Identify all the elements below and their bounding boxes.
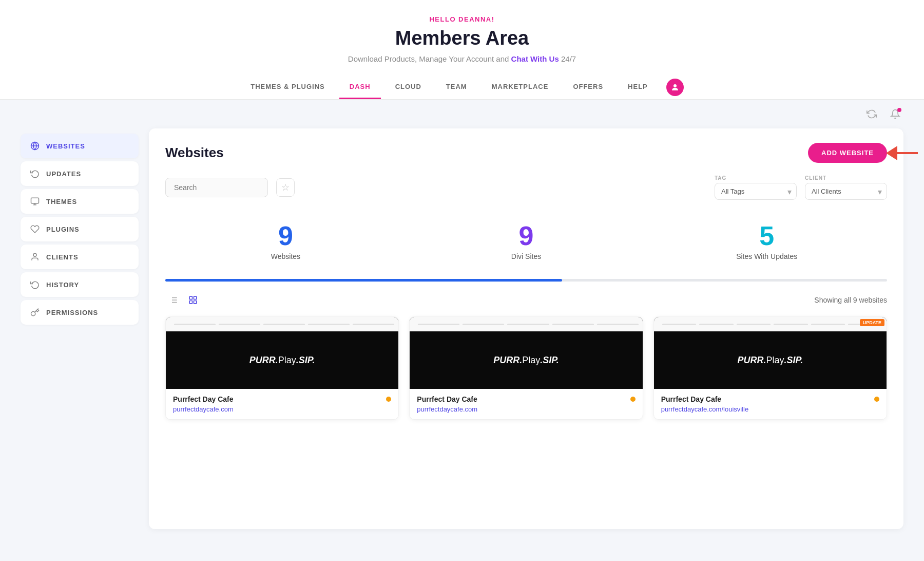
view-controls-row: Showing all 9 websites [165,292,887,308]
arrow-indicator [886,146,918,160]
chat-link[interactable]: Chat With Us [511,54,559,63]
stat-websites-label: Websites [174,252,398,260]
purr-logo-1: PURR.Play.SIP. [493,355,559,366]
permissions-icon [30,307,40,317]
notifications-icon[interactable] [887,106,903,122]
website-card-0[interactable]: P PURR.Pla [165,316,399,420]
purr-logo-0: PURR.Play.SIP. [249,355,315,366]
sidebar-label-websites: WEBSITES [46,142,85,150]
sidebar-label-permissions: PERMISSIONS [46,309,98,316]
filters-row: ☆ TAG All Tags CLIENT All Clients [165,175,887,200]
arrow-line [897,152,918,154]
refresh-sidebar-icon [30,169,40,179]
card-url-2[interactable]: purrfectdaycafe.com/louisville [661,405,879,413]
user-avatar[interactable] [666,79,684,96]
content-header: Websites ADD WEBSITE [165,143,887,163]
sidebar-label-clients: CLIENTS [46,253,79,261]
card-info-2: Purrfect Day Cafe purrfectdaycafe.com/lo… [654,389,887,419]
card-site-name-2: Purrfect Day Cafe [661,395,722,403]
star-filter-button[interactable]: ☆ [276,178,295,197]
nav-team[interactable]: TEAM [436,76,477,99]
list-view-button[interactable] [165,292,182,308]
toolbar-row [0,100,924,128]
card-preview-1: PURR.Play.SIP. [410,331,642,389]
tag-label: TAG [715,175,797,181]
showing-count: Showing all 9 websites [814,296,887,304]
nav-cloud[interactable]: CLOUD [385,76,432,99]
nav-themes-plugins[interactable]: THEMES & PLUGINS [240,76,335,99]
content-title: Websites [165,145,224,161]
sidebar-item-themes[interactable]: THEMES [21,189,139,214]
client-select[interactable]: All Clients [805,183,887,200]
sidebar-item-history[interactable]: HISTORY [21,272,139,297]
sidebar-item-websites[interactable]: WEBSITES [21,134,139,158]
card-info-1: Purrfect Day Cafe purrfectdaycafe.com [410,389,642,419]
sidebar-item-updates[interactable]: UPDATES [21,161,139,186]
sidebar: WEBSITES UPDATES THEMES PLUGINS CLIENTS [21,128,139,529]
add-website-button[interactable]: ADD WEBSITE [808,143,887,163]
hello-greeting: HELLO DEANNA! [10,15,914,23]
card-preview-0: PURR.Play.SIP. [166,331,398,389]
subtitle: Download Products, Manage Your Account a… [10,54,914,63]
notification-dot [897,108,901,112]
stat-updates-count: 5 [654,222,879,249]
nav-offers[interactable]: OFFERS [563,76,613,99]
svg-rect-13 [194,301,197,304]
themes-icon [30,196,40,207]
refresh-icon[interactable] [863,106,880,122]
card-site-name-1: Purrfect Day Cafe [417,395,477,403]
svg-point-0 [673,84,677,87]
card-site-name-0: Purrfect Day Cafe [173,395,234,403]
top-header: HELLO DEANNA! Members Area Download Prod… [0,0,924,100]
view-toggle [165,292,201,308]
card-nav-bar-0: P [166,317,398,331]
svg-rect-2 [31,198,39,203]
purr-logo-2: PURR.Play.SIP. [737,355,803,366]
card-info-0: Purrfect Day Cafe purrfectdaycafe.com [166,389,398,419]
stat-websites-count: 9 [174,222,398,249]
main-layout: WEBSITES UPDATES THEMES PLUGINS CLIENTS [0,128,924,529]
status-dot-0 [386,397,391,402]
website-card-2[interactable]: P UPDATE [653,316,887,420]
tag-select[interactable]: All Tags [715,183,797,200]
nav-dash[interactable]: DASH [339,76,381,99]
nav-marketplace[interactable]: MARKETPLACE [482,76,559,99]
progress-bar-fill [165,279,562,282]
grid-view-button[interactable] [185,292,201,308]
nav-help[interactable]: HELP [618,76,658,99]
client-filter-group: CLIENT All Clients [805,175,887,200]
tag-filter-group: TAG All Tags [715,175,797,200]
main-content: Websites ADD WEBSITE ☆ TAG All Tags [149,128,903,529]
status-dot-2 [874,397,879,402]
clients-icon [30,252,40,262]
sidebar-item-plugins[interactable]: PLUGINS [21,217,139,241]
stat-divi: 9 Divi Sites [406,214,647,269]
search-input[interactable] [165,178,268,197]
client-label: CLIENT [805,175,887,181]
history-icon [30,279,40,290]
subtitle-before: Download Products, Manage Your Account a… [348,54,509,63]
sidebar-label-plugins: PLUGINS [46,226,80,233]
card-preview-2: PURR.Play.SIP. [654,331,887,389]
svg-point-3 [33,253,36,256]
card-url-0[interactable]: purrfectdaycafe.com [173,405,391,413]
update-badge-2: UPDATE [860,319,884,326]
sidebar-label-history: HISTORY [46,281,79,289]
stat-websites: 9 Websites [165,214,406,269]
card-url-1[interactable]: purrfectdaycafe.com [417,405,635,413]
sidebar-label-themes: THEMES [46,198,77,205]
subtitle-after: 24/7 [561,54,576,63]
svg-rect-10 [189,296,192,299]
page-title: Members Area [10,27,914,49]
stat-updates-label: Sites With Updates [654,252,879,260]
sidebar-item-permissions[interactable]: PERMISSIONS [21,300,139,325]
progress-bar-container [165,279,887,282]
main-nav: THEMES & PLUGINS DASH CLOUD TEAM MARKETP… [10,76,914,99]
arrow-head [886,146,897,160]
svg-rect-11 [194,296,197,299]
stat-updates: 5 Sites With Updates [646,214,887,269]
stat-divi-label: Divi Sites [414,252,639,260]
website-card-1[interactable]: P PURR.Pla [409,316,643,420]
sidebar-item-clients[interactable]: CLIENTS [21,245,139,269]
card-nav-bar-1: P [410,317,642,331]
